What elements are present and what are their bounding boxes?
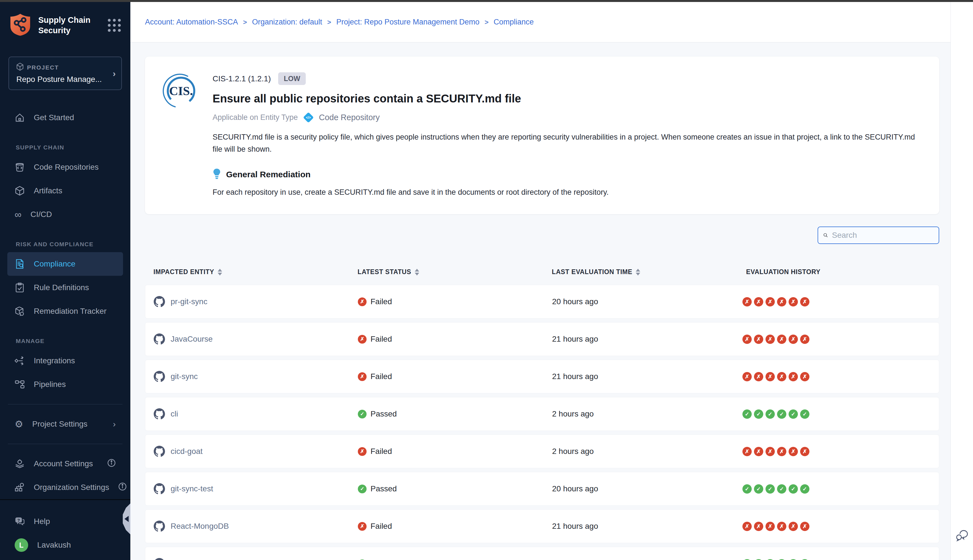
info-icon[interactable] — [118, 482, 127, 493]
history-fail-icon[interactable]: ✗ — [789, 297, 798, 307]
sort-last-evaluation-time[interactable] — [636, 269, 640, 275]
entity-name-link[interactable]: cli — [170, 410, 178, 418]
last-evaluation-time: 20 hours ago — [544, 484, 738, 493]
sidebar-item-rule-definitions[interactable]: Rule Definitions — [7, 276, 123, 299]
user-avatar: L — [15, 538, 28, 552]
project-selector[interactable]: PROJECT Repo Posture Manage... › — [8, 57, 122, 90]
history-fail-icon[interactable]: ✗ — [754, 335, 763, 344]
history-fail-icon[interactable]: ✗ — [800, 447, 809, 456]
sidebar-item-artifacts[interactable]: Artifacts — [7, 179, 123, 203]
history-fail-icon[interactable]: ✗ — [789, 447, 798, 456]
github-icon — [154, 446, 165, 457]
sidebar-item-integrations[interactable]: Integrations — [7, 349, 123, 373]
sidebar-item-user-profile[interactable]: L Lavakush — [7, 533, 123, 557]
sidebar-item-cicd[interactable]: ∞ CI/CD — [7, 203, 123, 226]
table-row[interactable]: React-MongoDB✗Failed21 hours ago✗✗✗✗✗✗ — [145, 509, 939, 543]
entity-name-link[interactable]: git-sync-test — [170, 484, 213, 493]
sidebar: Supply Chain Security PROJECT Repo Postu… — [0, 2, 130, 560]
history-pass-icon[interactable]: ✓ — [743, 484, 752, 493]
history-pass-icon[interactable]: ✓ — [777, 410, 786, 419]
content-area: CIS. CIS-1.2.1 (1.2.1) LOW Ensure all pu… — [130, 42, 950, 560]
history-pass-icon[interactable]: ✓ — [800, 410, 809, 419]
support-chat-icon[interactable] — [955, 529, 969, 543]
entity-name-link[interactable]: pr-git-sync — [170, 297, 207, 306]
history-fail-icon[interactable]: ✗ — [754, 297, 763, 307]
history-pass-icon[interactable]: ✓ — [754, 410, 763, 419]
impacted-entities-table: IMPACTED ENTITY LATEST STATUS LAST EVALU… — [145, 268, 939, 560]
history-fail-icon[interactable]: ✗ — [800, 372, 809, 381]
history-fail-icon[interactable]: ✗ — [766, 447, 775, 456]
compliance-doc-icon — [15, 259, 25, 269]
table-row[interactable]: ✓Passed✓✓✓✓✓✓ — [145, 547, 939, 560]
history-fail-icon[interactable]: ✗ — [743, 522, 752, 531]
table-row[interactable]: git-sync✗Failed21 hours ago✗✗✗✗✗✗ — [145, 360, 939, 393]
failed-x-icon: ✗ — [358, 335, 367, 343]
history-fail-icon[interactable]: ✗ — [766, 522, 775, 531]
table-row[interactable]: JavaCourse✗Failed21 hours ago✗✗✗✗✗✗ — [145, 322, 939, 356]
info-icon[interactable] — [107, 459, 116, 469]
history-fail-icon[interactable]: ✗ — [766, 335, 775, 344]
sidebar-item-remediation-tracker[interactable]: Remediation Tracker — [7, 299, 123, 323]
sidebar-item-code-repositories[interactable]: Code Repositories — [7, 155, 123, 179]
clipboard-check-icon — [15, 283, 25, 293]
history-pass-icon[interactable]: ✓ — [754, 484, 763, 493]
history-pass-icon[interactable]: ✓ — [777, 484, 786, 493]
breadcrumb-account[interactable]: Account: Automation-SSCA — [145, 18, 252, 27]
history-fail-icon[interactable]: ✗ — [754, 447, 763, 456]
search-input[interactable] — [832, 231, 934, 240]
history-pass-icon[interactable]: ✓ — [766, 410, 775, 419]
table-row[interactable]: cicd-goat✗Failed2 hours ago✗✗✗✗✗✗ — [145, 435, 939, 468]
history-pass-icon[interactable]: ✓ — [743, 410, 752, 419]
entity-name-link[interactable]: React-MongoDB — [170, 522, 229, 531]
history-pass-icon[interactable]: ✓ — [800, 484, 809, 493]
history-fail-icon[interactable]: ✗ — [800, 335, 809, 344]
entity-name-link[interactable]: git-sync — [170, 372, 198, 381]
sidebar-item-get-started[interactable]: Get Started — [7, 106, 123, 130]
history-fail-icon[interactable]: ✗ — [777, 522, 786, 531]
chevron-right-icon: › — [113, 419, 116, 429]
table-row[interactable]: cli✓Passed2 hours ago✓✓✓✓✓✓ — [145, 397, 939, 431]
cis-logo: CIS. — [162, 72, 197, 197]
breadcrumb-project[interactable]: Project: Repo Posture Management Demo — [336, 18, 494, 27]
sidebar-item-help[interactable]: ? Help — [7, 510, 123, 533]
entity-name-link[interactable]: cicd-goat — [170, 447, 203, 456]
history-fail-icon[interactable]: ✗ — [777, 372, 786, 381]
page-header: Account: Automation-SSCA Organization: d… — [130, 2, 950, 42]
breadcrumb-compliance[interactable]: Compliance — [494, 18, 534, 27]
sidebar-item-project-settings[interactable]: ⚙ Project Settings › — [7, 412, 123, 436]
history-fail-icon[interactable]: ✗ — [777, 297, 786, 307]
chevron-right-icon: › — [113, 68, 116, 78]
table-row[interactable]: git-sync-test✓Passed20 hours ago✓✓✓✓✓✓ — [145, 472, 939, 506]
sort-latest-status[interactable] — [415, 269, 419, 275]
sidebar-item-organization-settings[interactable]: Organization Settings — [7, 476, 123, 499]
column-latest-status: LATEST STATUS — [349, 268, 543, 276]
history-fail-icon[interactable]: ✗ — [800, 522, 809, 531]
history-fail-icon[interactable]: ✗ — [743, 297, 752, 307]
entity-name-link[interactable]: JavaCourse — [170, 335, 212, 343]
history-fail-icon[interactable]: ✗ — [789, 335, 798, 344]
history-pass-icon[interactable]: ✓ — [789, 410, 798, 419]
history-fail-icon[interactable]: ✗ — [777, 447, 786, 456]
evaluation-history-cell: ✗✗✗✗✗✗ — [738, 297, 939, 307]
sidebar-item-account-settings[interactable]: Account Settings — [7, 452, 123, 476]
history-pass-icon[interactable]: ✓ — [766, 484, 775, 493]
history-fail-icon[interactable]: ✗ — [777, 335, 786, 344]
history-fail-icon[interactable]: ✗ — [754, 372, 763, 381]
table-row[interactable]: pr-git-sync✗Failed20 hours ago✗✗✗✗✗✗ — [145, 285, 939, 318]
sidebar-item-compliance[interactable]: Compliance — [7, 252, 123, 276]
history-fail-icon[interactable]: ✗ — [766, 372, 775, 381]
history-fail-icon[interactable]: ✗ — [789, 372, 798, 381]
breadcrumb-organization[interactable]: Organization: default — [252, 18, 336, 27]
applicable-label: Applicable on Entity Type — [212, 113, 298, 122]
history-fail-icon[interactable]: ✗ — [743, 447, 752, 456]
history-fail-icon[interactable]: ✗ — [743, 372, 752, 381]
history-fail-icon[interactable]: ✗ — [743, 335, 752, 344]
history-fail-icon[interactable]: ✗ — [789, 522, 798, 531]
history-pass-icon[interactable]: ✓ — [789, 484, 798, 493]
sidebar-item-pipelines[interactable]: Pipelines — [7, 373, 123, 396]
module-switcher-icon[interactable] — [108, 19, 121, 32]
history-fail-icon[interactable]: ✗ — [766, 297, 775, 307]
history-fail-icon[interactable]: ✗ — [800, 297, 809, 307]
history-fail-icon[interactable]: ✗ — [754, 522, 763, 531]
sort-impacted-entity[interactable] — [218, 269, 222, 275]
